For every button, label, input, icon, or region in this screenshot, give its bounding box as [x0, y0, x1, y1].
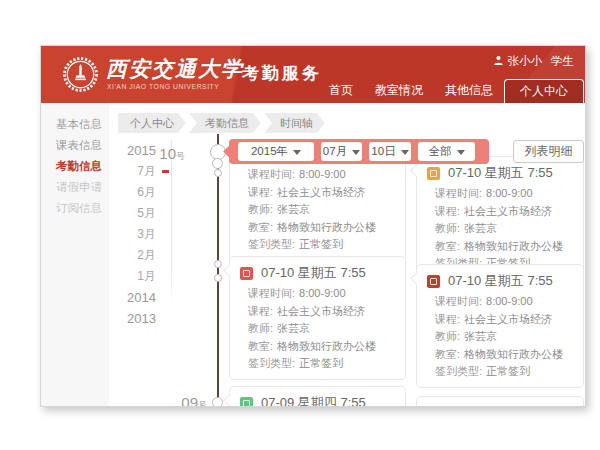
- filter-bar-tail: [223, 145, 236, 158]
- year-select[interactable]: 2015年: [238, 142, 314, 161]
- timeline-nav-item[interactable]: 1月: [99, 266, 156, 287]
- app-title: 考勤服务: [242, 62, 322, 85]
- field-value: 正常签到: [299, 238, 343, 250]
- app-window: 西安交通大学 XI'AN JIAO TONG UNIVERSITY 考勤服务 张…: [40, 45, 586, 407]
- timeline-nav-item[interactable]: 7月: [99, 161, 156, 182]
- nav-item-active[interactable]: 个人中心: [504, 79, 584, 103]
- card-field: 课程:社会主义市场经济: [248, 184, 397, 202]
- breadcrumb-item[interactable]: 个人中心: [118, 113, 186, 133]
- sidebar-item[interactable]: 基本信息: [41, 114, 109, 135]
- list-detail-button[interactable]: 列表明细: [513, 140, 584, 163]
- calendar-badge-icon: [240, 267, 253, 280]
- field-label: 课程:: [435, 205, 460, 217]
- day-marker: 10号: [153, 145, 185, 163]
- breadcrumb-item[interactable]: 时间轴: [264, 113, 325, 133]
- timeline-nav-item[interactable]: 6月: [99, 182, 156, 203]
- timeline-node: [212, 397, 223, 407]
- card-body: 课程时间:8:00-9:00课程:社会主义市场经济教师:张芸京教室:格物致知行政…: [230, 282, 405, 379]
- attendance-card[interactable]: 07-09 星期四 7:55课程时间:8:00-9:00课程:社会主义市场经济教…: [229, 386, 406, 407]
- attendance-card[interactable]: 07-10 星期五 7:55课程时间:8:00-9:00课程:社会主义市场经济教…: [416, 264, 584, 388]
- field-value: 格物致知行政办公楼: [277, 340, 376, 352]
- breadcrumb-item[interactable]: 考勤信息: [189, 113, 261, 133]
- field-label: 教室:: [435, 240, 460, 252]
- field-label: 课程:: [248, 186, 273, 198]
- type-select[interactable]: 全部: [418, 142, 475, 161]
- card-field: 课程时间:8:00-9:00: [248, 285, 397, 303]
- field-label: 课程:: [435, 313, 460, 325]
- chevron-down-icon: [293, 150, 301, 159]
- timeline-nav-item[interactable]: 2013: [99, 308, 156, 329]
- field-value: 正常签到: [486, 365, 530, 377]
- main-nav: 首页教室情况其他信息个人中心: [318, 78, 584, 103]
- card-body: 课程时间:8:00-9:00课程:社会主义市场经济教师:张芸京教室:格物致知行政…: [230, 152, 405, 260]
- timeline-nav-item[interactable]: 2014: [99, 287, 156, 308]
- field-label: 教师:: [435, 330, 460, 342]
- attendance-card[interactable]: [416, 396, 584, 407]
- field-label: 课程时间:: [435, 187, 482, 199]
- field-label: 教室:: [248, 221, 273, 233]
- app-header: 西安交通大学 XI'AN JIAO TONG UNIVERSITY 考勤服务 张…: [41, 46, 585, 103]
- field-label: 教室:: [435, 348, 460, 360]
- timeline-node: [214, 260, 222, 268]
- attendance-card[interactable]: 课程时间:8:00-9:00课程:社会主义市场经济教师:张芸京教室:格物致知行政…: [229, 151, 406, 261]
- field-value: 8:00-9:00: [299, 168, 345, 180]
- timeline-node: [212, 158, 223, 169]
- card-field: 签到类型:正常签到: [248, 236, 397, 254]
- field-value: 社会主义市场经济: [277, 186, 365, 198]
- card-title: 07-10 星期五 7:55: [261, 264, 366, 282]
- field-value: 正常签到: [299, 357, 343, 369]
- timeline-nav-item[interactable]: 2015: [99, 140, 156, 161]
- user-role: 学生: [551, 54, 574, 69]
- timeline-node: [214, 169, 222, 177]
- field-value: 社会主义市场经济: [464, 205, 552, 217]
- attendance-card[interactable]: 07-10 星期五 7:55课程时间:8:00-9:00课程:社会主义市场经济教…: [416, 156, 584, 280]
- field-label: 签到类型:: [435, 365, 482, 377]
- chevron-down-icon: [401, 150, 409, 159]
- card-field: 课程时间:8:00-9:00: [248, 166, 397, 184]
- user-name: 张小小: [508, 54, 543, 69]
- field-value: 张芸京: [464, 222, 497, 234]
- timeline-nav-item[interactable]: 2月: [99, 245, 156, 266]
- card-field: 教师:张芸京: [248, 201, 397, 219]
- card-field: 教师:张芸京: [248, 320, 397, 338]
- card-field: 课程:社会主义市场经济: [435, 311, 575, 329]
- calendar-badge-icon: [240, 397, 253, 408]
- field-label: 教室:: [248, 340, 273, 352]
- field-value: 8:00-9:00: [486, 187, 532, 199]
- user-info[interactable]: 张小小 学生: [493, 54, 575, 69]
- day-marker: 09号: [163, 394, 207, 407]
- card-title: 07-10 星期五 7:55: [448, 164, 553, 182]
- month-select[interactable]: 07月: [321, 142, 362, 161]
- chevron-down-icon: [352, 150, 360, 159]
- university-name-cn: 西安交通大学: [106, 55, 244, 83]
- card-title: 07-10 星期五 7:55: [448, 272, 553, 290]
- card-field: 教师:张芸京: [435, 328, 575, 346]
- card-title: 07-09 星期四 7:55: [261, 394, 366, 407]
- nav-item[interactable]: 其他信息: [434, 78, 504, 103]
- current-month-marker: [162, 170, 169, 173]
- nav-item[interactable]: 教室情况: [364, 78, 434, 103]
- nav-item[interactable]: 首页: [318, 78, 364, 103]
- field-label: 签到类型:: [248, 238, 295, 250]
- field-label: 课程时间:: [248, 168, 295, 180]
- timeline-nav-item[interactable]: 5月: [99, 203, 156, 224]
- university-logo: [62, 56, 99, 97]
- field-label: 教师:: [248, 203, 273, 215]
- card-field: 课程时间:8:00-9:00: [435, 293, 575, 311]
- timeline-nav-item[interactable]: 3月: [99, 224, 156, 245]
- filter-bar: 2015年 07月 10日 全部: [229, 139, 489, 164]
- page: 西安交通大学 XI'AN JIAO TONG UNIVERSITY 考勤服务 张…: [0, 0, 600, 450]
- day-select[interactable]: 10日: [369, 142, 411, 161]
- calendar-badge-icon: [427, 275, 440, 288]
- field-label: 课程:: [248, 305, 273, 317]
- field-value: 格物致知行政办公楼: [464, 348, 563, 360]
- field-label: 课程时间:: [435, 295, 482, 307]
- card-field: 教室:格物致知行政办公楼: [248, 338, 397, 356]
- timeline-node: [214, 274, 222, 282]
- field-value: 8:00-9:00: [299, 287, 345, 299]
- card-field: 课程时间:8:00-9:00: [435, 185, 575, 203]
- attendance-card[interactable]: 07-10 星期五 7:55课程时间:8:00-9:00课程:社会主义市场经济教…: [229, 256, 406, 380]
- field-label: 教师:: [248, 322, 273, 334]
- field-value: 格物致知行政办公楼: [277, 221, 376, 233]
- card-field: 教室:格物致知行政办公楼: [435, 346, 575, 364]
